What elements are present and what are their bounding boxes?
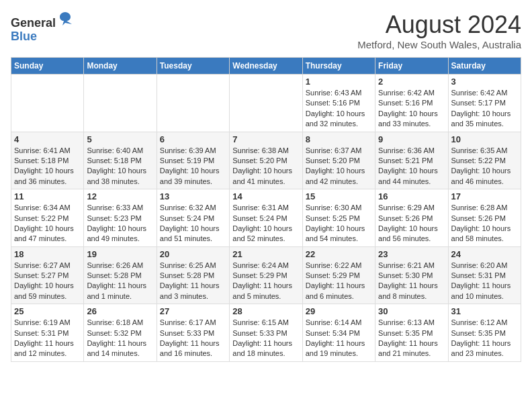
day-info: Sunrise: 6:21 AM Sunset: 5:30 PM Dayligh…	[378, 261, 445, 302]
calendar-cell: 1Sunrise: 6:43 AM Sunset: 5:16 PM Daylig…	[302, 75, 375, 132]
day-number: 6	[160, 134, 226, 144]
calendar-week-row: 18Sunrise: 6:27 AM Sunset: 5:27 PM Dayli…	[11, 246, 521, 304]
day-info: Sunrise: 6:28 AM Sunset: 5:26 PM Dayligh…	[451, 203, 518, 244]
calendar-week-row: 4Sunrise: 6:41 AM Sunset: 5:18 PM Daylig…	[11, 132, 521, 189]
calendar-cell: 29Sunrise: 6:14 AM Sunset: 5:34 PM Dayli…	[302, 304, 375, 362]
calendar-cell	[230, 75, 302, 132]
logo-text: General Blue	[11, 11, 73, 44]
calendar-cell: 2Sunrise: 6:42 AM Sunset: 5:16 PM Daylig…	[375, 75, 448, 132]
day-number: 27	[160, 306, 226, 316]
day-number: 3	[451, 77, 518, 87]
day-number: 24	[451, 249, 518, 259]
day-info: Sunrise: 6:41 AM Sunset: 5:18 PM Dayligh…	[14, 146, 81, 187]
logo-general: General	[11, 16, 56, 30]
day-info: Sunrise: 6:39 AM Sunset: 5:19 PM Dayligh…	[160, 146, 226, 187]
calendar-cell: 30Sunrise: 6:13 AM Sunset: 5:35 PM Dayli…	[375, 304, 448, 362]
calendar-cell: 27Sunrise: 6:17 AM Sunset: 5:33 PM Dayli…	[157, 304, 229, 362]
day-header-monday: Monday	[84, 58, 157, 75]
day-info: Sunrise: 6:12 AM Sunset: 5:35 PM Dayligh…	[451, 318, 518, 359]
day-info: Sunrise: 6:32 AM Sunset: 5:24 PM Dayligh…	[160, 203, 226, 244]
day-number: 9	[378, 134, 445, 144]
calendar-cell: 12Sunrise: 6:33 AM Sunset: 5:23 PM Dayli…	[84, 189, 157, 247]
calendar-cell: 17Sunrise: 6:28 AM Sunset: 5:26 PM Dayli…	[448, 189, 521, 247]
calendar-cell: 28Sunrise: 6:15 AM Sunset: 5:33 PM Dayli…	[230, 304, 302, 362]
day-info: Sunrise: 6:38 AM Sunset: 5:20 PM Dayligh…	[232, 146, 299, 187]
day-info: Sunrise: 6:31 AM Sunset: 5:24 PM Dayligh…	[232, 203, 299, 244]
calendar-cell: 15Sunrise: 6:30 AM Sunset: 5:25 PM Dayli…	[302, 189, 375, 247]
day-number: 4	[14, 134, 81, 144]
calendar-cell: 8Sunrise: 6:37 AM Sunset: 5:20 PM Daylig…	[302, 132, 375, 189]
day-number: 29	[306, 306, 372, 316]
day-number: 12	[87, 191, 153, 201]
day-info: Sunrise: 6:36 AM Sunset: 5:21 PM Dayligh…	[378, 146, 445, 187]
title-block: August 2024 Metford, New South Wales, Au…	[357, 11, 521, 50]
day-number: 26	[87, 306, 153, 316]
calendar-table: SundayMondayTuesdayWednesdayThursdayFrid…	[11, 57, 521, 362]
calendar-week-row: 1Sunrise: 6:43 AM Sunset: 5:16 PM Daylig…	[11, 75, 521, 132]
calendar-week-row: 25Sunrise: 6:19 AM Sunset: 5:31 PM Dayli…	[11, 304, 521, 362]
day-info: Sunrise: 6:19 AM Sunset: 5:31 PM Dayligh…	[14, 318, 81, 359]
day-info: Sunrise: 6:17 AM Sunset: 5:33 PM Dayligh…	[160, 318, 226, 359]
day-number: 13	[160, 191, 226, 201]
day-info: Sunrise: 6:13 AM Sunset: 5:35 PM Dayligh…	[378, 318, 445, 359]
calendar-cell: 22Sunrise: 6:22 AM Sunset: 5:29 PM Dayli…	[302, 246, 375, 304]
day-header-friday: Friday	[375, 58, 448, 75]
day-number: 11	[14, 191, 81, 201]
calendar-cell: 31Sunrise: 6:12 AM Sunset: 5:35 PM Dayli…	[448, 304, 521, 362]
calendar-cell	[84, 75, 157, 132]
day-number: 7	[232, 134, 299, 144]
day-info: Sunrise: 6:18 AM Sunset: 5:32 PM Dayligh…	[87, 318, 153, 359]
calendar-cell: 10Sunrise: 6:35 AM Sunset: 5:22 PM Dayli…	[448, 132, 521, 189]
day-header-sunday: Sunday	[11, 58, 84, 75]
day-number: 8	[306, 134, 372, 144]
day-info: Sunrise: 6:24 AM Sunset: 5:29 PM Dayligh…	[232, 261, 299, 302]
day-info: Sunrise: 6:34 AM Sunset: 5:22 PM Dayligh…	[14, 203, 81, 244]
day-header-tuesday: Tuesday	[157, 58, 229, 75]
day-info: Sunrise: 6:42 AM Sunset: 5:16 PM Dayligh…	[378, 88, 445, 130]
calendar-cell: 18Sunrise: 6:27 AM Sunset: 5:27 PM Dayli…	[11, 246, 84, 304]
day-info: Sunrise: 6:25 AM Sunset: 5:28 PM Dayligh…	[160, 261, 226, 302]
day-info: Sunrise: 6:30 AM Sunset: 5:25 PM Dayligh…	[306, 203, 372, 244]
day-info: Sunrise: 6:14 AM Sunset: 5:34 PM Dayligh…	[306, 318, 372, 359]
calendar-cell: 7Sunrise: 6:38 AM Sunset: 5:20 PM Daylig…	[230, 132, 302, 189]
day-number: 23	[378, 249, 445, 259]
day-number: 30	[378, 306, 445, 316]
day-header-saturday: Saturday	[448, 58, 521, 75]
month-year: August 2024	[357, 11, 521, 39]
day-number: 25	[14, 306, 81, 316]
day-info: Sunrise: 6:33 AM Sunset: 5:23 PM Dayligh…	[87, 203, 153, 244]
calendar-cell: 16Sunrise: 6:29 AM Sunset: 5:26 PM Dayli…	[375, 189, 448, 247]
calendar-cell: 9Sunrise: 6:36 AM Sunset: 5:21 PM Daylig…	[375, 132, 448, 189]
day-header-thursday: Thursday	[302, 58, 375, 75]
day-number: 31	[451, 306, 518, 316]
day-number: 18	[14, 249, 81, 259]
calendar-cell: 4Sunrise: 6:41 AM Sunset: 5:18 PM Daylig…	[11, 132, 84, 189]
day-info: Sunrise: 6:43 AM Sunset: 5:16 PM Dayligh…	[306, 88, 372, 130]
logo-blue: Blue	[11, 30, 37, 43]
day-number: 5	[87, 134, 153, 144]
day-header-wednesday: Wednesday	[230, 58, 302, 75]
calendar-cell: 21Sunrise: 6:24 AM Sunset: 5:29 PM Dayli…	[230, 246, 302, 304]
day-info: Sunrise: 6:20 AM Sunset: 5:31 PM Dayligh…	[451, 261, 518, 302]
day-number: 28	[232, 306, 299, 316]
calendar-cell: 23Sunrise: 6:21 AM Sunset: 5:30 PM Dayli…	[375, 246, 448, 304]
calendar-cell: 26Sunrise: 6:18 AM Sunset: 5:32 PM Dayli…	[84, 304, 157, 362]
location: Metford, New South Wales, Australia	[357, 39, 521, 50]
day-info: Sunrise: 6:22 AM Sunset: 5:29 PM Dayligh…	[306, 261, 372, 302]
calendar-cell: 6Sunrise: 6:39 AM Sunset: 5:19 PM Daylig…	[157, 132, 229, 189]
day-number: 14	[232, 191, 299, 201]
day-number: 15	[306, 191, 372, 201]
logo-bird-icon	[57, 11, 73, 27]
day-info: Sunrise: 6:35 AM Sunset: 5:22 PM Dayligh…	[451, 146, 518, 187]
calendar-cell: 11Sunrise: 6:34 AM Sunset: 5:22 PM Dayli…	[11, 189, 84, 247]
day-info: Sunrise: 6:29 AM Sunset: 5:26 PM Dayligh…	[378, 203, 445, 244]
day-info: Sunrise: 6:37 AM Sunset: 5:20 PM Dayligh…	[306, 146, 372, 187]
day-number: 19	[87, 249, 153, 259]
day-number: 10	[451, 134, 518, 144]
day-number: 21	[232, 249, 299, 259]
day-info: Sunrise: 6:40 AM Sunset: 5:18 PM Dayligh…	[87, 146, 153, 187]
calendar-cell: 24Sunrise: 6:20 AM Sunset: 5:31 PM Dayli…	[448, 246, 521, 304]
day-number: 16	[378, 191, 445, 201]
day-info: Sunrise: 6:15 AM Sunset: 5:33 PM Dayligh…	[232, 318, 299, 359]
day-info: Sunrise: 6:42 AM Sunset: 5:17 PM Dayligh…	[451, 88, 518, 130]
